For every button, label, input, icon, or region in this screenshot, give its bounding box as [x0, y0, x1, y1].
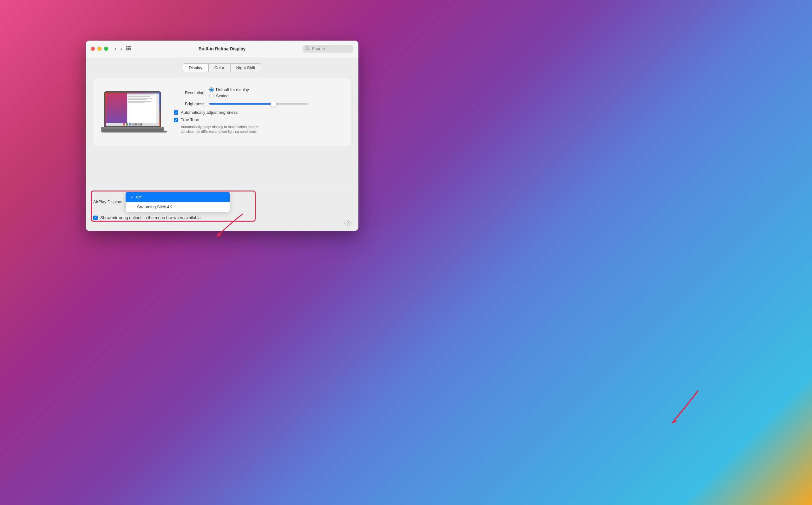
dropdown-item-streaming[interactable]: Streaming Stick 4K — [126, 202, 230, 212]
resolution-default-label: Default for display — [216, 87, 249, 92]
airplay-label: AirPlay Display: — [93, 199, 122, 204]
brightness-thumb[interactable] — [271, 101, 276, 107]
checkmark-icon: ✓ — [175, 111, 177, 115]
system-preferences-window: ‹ › Built-in Retina Display — [86, 40, 359, 231]
maximize-button[interactable] — [104, 47, 108, 51]
true-tone-label: True Tone — [181, 117, 199, 122]
airplay-dropdown[interactable]: ✓ Off Streaming Stick 4K — [125, 192, 230, 212]
laptop-screen — [104, 91, 161, 127]
svg-rect-4 — [128, 47, 129, 49]
mirroring-label: Show mirroring options in the menu bar w… — [100, 215, 201, 220]
tab-night-shift[interactable]: Night Shift — [230, 63, 261, 72]
resolution-scaled-label: Scaled — [216, 94, 229, 98]
svg-rect-5 — [129, 47, 131, 49]
content-area: Display Color Night Shift — [86, 57, 359, 231]
dropdown-streaming-label: Streaming Stick 4K — [137, 204, 172, 209]
help-button[interactable]: ? — [345, 220, 351, 226]
laptop — [101, 91, 164, 133]
tab-bar: Display Color Night Shift — [93, 63, 351, 72]
laptop-illustration — [101, 86, 164, 138]
back-button[interactable]: ‹ — [113, 45, 118, 52]
svg-rect-8 — [129, 49, 131, 50]
window-title: Built-in Retina Display — [198, 46, 246, 51]
titlebar: ‹ › Built-in Retina Display — [86, 40, 359, 57]
resolution-label: Resolution: — [174, 91, 206, 95]
auto-brightness-label: Automatically adjust brightness — [181, 110, 238, 115]
dropdown-item-off[interactable]: ✓ Off — [126, 192, 230, 202]
tab-display[interactable]: Display — [183, 63, 209, 72]
tab-color[interactable]: Color — [209, 63, 230, 72]
bottom-section: AirPlay Display: ✓ Off Streaming Stick 4… — [86, 188, 359, 231]
true-tone-description: Automatically adapt display to make colo… — [181, 125, 270, 134]
search-icon — [306, 46, 310, 51]
mirroring-checkbox[interactable]: ✓ — [93, 215, 98, 220]
display-settings: Resolution: Default for display Scaled — [174, 86, 343, 138]
resolution-default-option[interactable]: Default for display — [209, 87, 249, 92]
forward-button[interactable]: › — [119, 45, 123, 52]
svg-rect-0 — [126, 46, 128, 47]
display-panel: Resolution: Default for display Scaled — [93, 78, 351, 146]
svg-rect-6 — [126, 49, 128, 50]
brightness-slider[interactable] — [209, 103, 308, 105]
svg-line-10 — [309, 49, 310, 50]
svg-rect-2 — [129, 46, 131, 47]
brightness-row: Brightness: — [174, 102, 343, 106]
laptop-base — [101, 127, 164, 131]
grid-button[interactable] — [126, 46, 131, 52]
resolution-row: Resolution: Default for display Scaled — [174, 87, 343, 98]
resolution-options: Default for display Scaled — [209, 87, 249, 98]
svg-rect-3 — [126, 47, 128, 49]
airplay-dropdown-container: ✓ Off Streaming Stick 4K — [125, 192, 230, 212]
auto-brightness-row[interactable]: ✓ Automatically adjust brightness — [174, 110, 343, 115]
traffic-lights — [91, 47, 108, 51]
minimize-button[interactable] — [97, 47, 102, 51]
true-tone-checkbox[interactable]: ✓ — [174, 118, 178, 122]
resolution-scaled-radio[interactable] — [209, 94, 214, 98]
true-tone-checkmark-icon: ✓ — [175, 118, 177, 122]
close-button[interactable] — [91, 47, 95, 51]
nav-buttons: ‹ › — [113, 45, 123, 52]
brightness-label: Brightness: — [174, 102, 206, 106]
checkmark-selected-icon: ✓ — [130, 195, 134, 199]
search-input[interactable] — [312, 46, 350, 51]
airplay-row: AirPlay Display: ✓ Off Streaming Stick 4… — [93, 192, 230, 212]
true-tone-row[interactable]: ✓ True Tone — [174, 117, 343, 122]
resolution-scaled-option[interactable]: Scaled — [209, 94, 249, 98]
svg-rect-1 — [128, 46, 129, 47]
svg-rect-7 — [128, 49, 129, 50]
search-bar[interactable] — [303, 45, 353, 53]
annotation-arrow — [647, 384, 710, 442]
resolution-default-radio[interactable] — [209, 88, 214, 92]
mirroring-checkmark-icon: ✓ — [94, 216, 97, 219]
mirroring-row[interactable]: ✓ Show mirroring options in the menu bar… — [93, 215, 230, 220]
dropdown-off-label: Off — [136, 195, 141, 199]
laptop-foot — [101, 131, 167, 133]
auto-brightness-checkbox[interactable]: ✓ — [174, 110, 178, 115]
